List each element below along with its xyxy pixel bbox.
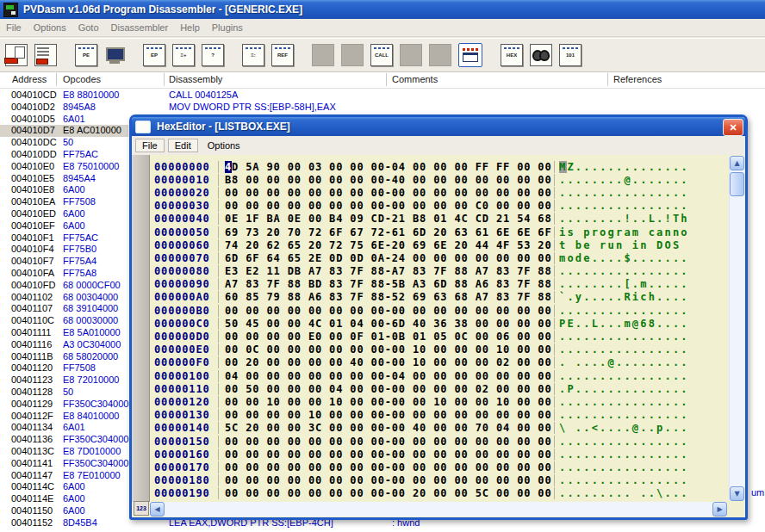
hex-menu-file[interactable]: File [135, 139, 165, 152]
opcodes-cell: 68 00304000 [63, 292, 118, 302]
column-header-disassembly[interactable]: Disassembly [169, 74, 222, 84]
hex-row[interactable]: 000000B000 00 00 00 00 00 00 00-00 00 00… [154, 304, 689, 317]
close-icon[interactable]: ✕ [723, 119, 743, 136]
scroll-up-icon[interactable]: ▲ [730, 156, 744, 170]
binary-view-button[interactable]: 101 [559, 44, 582, 66]
disasm-row[interactable]: 004010CDE8 88010000CALL 0040125A [0, 90, 765, 102]
entry-point-button[interactable]: EP [143, 44, 165, 66]
hex-cursor: 4 [225, 161, 232, 173]
open-file-button[interactable] [5, 44, 28, 66]
search-button[interactable] [530, 44, 552, 66]
hex-bytes: 00 00 00 00 00 00 00 00-00 00 00 00 00 0… [218, 474, 554, 486]
scroll-left-icon[interactable]: ◀ [150, 502, 165, 517]
scroll-right-icon[interactable]: ▶ [712, 502, 727, 517]
hex-row[interactable]: 0000005069 73 20 70 72 6F 67 72-61 6D 20… [154, 226, 689, 238]
column-divider[interactable] [386, 73, 387, 86]
hex-menu-options[interactable]: Options [202, 139, 246, 152]
comments-button[interactable]: ≡: [242, 44, 264, 66]
menu-plugins[interactable]: Plugins [212, 22, 243, 33]
hex-bytes: 6D 6F 64 65 2E 0D 0D 0A-24 00 00 00 00 0… [218, 252, 554, 264]
opcodes-cell: 50 [63, 387, 73, 397]
column-divider[interactable] [164, 73, 165, 86]
hex-row[interactable]: 0000010004 00 00 00 00 00 00 00-04 00 00… [154, 369, 689, 382]
hex-address: 00000170 [154, 461, 216, 473]
scroll-down-icon[interactable]: ▼ [730, 486, 744, 501]
hex-row[interactable]: 000000F000 20 00 00 00 00 40 00-00 10 00… [154, 356, 689, 369]
opcodes-cell: 68 00030000 [63, 315, 118, 325]
hex-row[interactable]: 0000016000 00 00 00 00 00 00 00-00 00 00… [154, 448, 689, 461]
hex-row[interactable]: 0000015000 00 00 00 00 00 00 00-00 00 00… [154, 435, 689, 448]
opcodes-cell: E8 7D010000 [63, 446, 121, 456]
call-tree-button[interactable]: CALL [370, 44, 393, 66]
column-header-references[interactable]: References [613, 74, 662, 84]
hex-ascii: ................ [554, 343, 689, 356]
opcodes-cell: 8945A4 [63, 173, 96, 183]
main-title-bar[interactable]: PVDasm v1.06d Program Disassembler - [GE… [0, 0, 765, 19]
hex-horizontal-scrollbar[interactable]: ◀ ▶ [150, 502, 727, 517]
pvdasm-application-window: PVDasm v1.06d Program Disassembler - [GE… [0, 0, 765, 532]
address-cell: 00401152 [11, 517, 53, 528]
opcodes-cell: 6A00 [63, 493, 85, 504]
address-cell: 0040114E [11, 493, 53, 504]
app-icon [3, 3, 18, 17]
hex-ascii: ........!..L.!Th [554, 213, 689, 225]
panel-toggle-button[interactable] [458, 43, 482, 67]
system-info-button[interactable] [104, 45, 125, 65]
hex-row[interactable]: 0000019000 00 00 00 00 00 00 00-00 20 00… [154, 487, 689, 500]
hex-bytes: 69 73 20 70 72 6F 67 72-61 6D 20 63 61 6… [218, 226, 554, 238]
hex-row[interactable]: 000000706D 6F 64 65 2E 0D 0D 0A-24 00 00… [154, 251, 689, 264]
hex-row[interactable]: 000001405C 20 00 00 3C 00 00 00-00 40 00… [154, 422, 689, 435]
column-header-opcodes[interactable]: Opcodes [63, 74, 101, 84]
hex-row[interactable]: 000000D000 00 00 00 E0 00 0F 01-0B 01 05… [154, 330, 689, 343]
hex-row[interactable]: 0000018000 00 00 00 00 00 00 00-00 00 00… [154, 474, 689, 487]
hex-bytes: 4D 5A 90 00 03 00 00 00-04 00 00 00 FF F… [218, 161, 554, 173]
hex-row[interactable]: 000000A060 85 79 88 A6 83 7F 88-52 69 63… [154, 291, 689, 304]
base-counter-button[interactable]: 123 [134, 501, 149, 516]
vertical-scroll-thumb[interactable] [730, 172, 744, 196]
hex-row[interactable]: 0000002000 00 00 00 00 00 00 00-00 00 00… [154, 186, 689, 199]
hex-row[interactable]: 00000080E3 E2 11 DB A7 83 7F 88-A7 83 7F… [154, 265, 689, 278]
hex-row[interactable]: 0000003000 00 00 00 00 00 00 00-00 00 00… [154, 200, 689, 213]
hex-row[interactable]: 0000006074 20 62 65 20 72 75 6E-20 69 6E… [154, 238, 689, 251]
menu-help[interactable]: Help [180, 22, 200, 33]
disasm-row[interactable]: 004010D7E8 AC010000 [0, 125, 128, 137]
column-divider[interactable] [56, 73, 57, 86]
hex-row[interactable]: 000000004D 5A 90 00 03 00 00 00-04 00 00… [154, 160, 689, 173]
hex-editor-button[interactable]: HEX [501, 44, 523, 66]
hex-row[interactable]: 00000010B8 00 00 00 00 00 00 00-40 00 00… [154, 173, 689, 186]
address-cell: 004010ED [11, 208, 56, 219]
hex-title-bar[interactable]: HexEditor - [LISTBOX.EXE] ✕ [132, 117, 745, 136]
hex-row[interactable]: 000000E000 0C 00 00 00 00 00 00-00 10 00… [154, 343, 689, 356]
menu-disassembler[interactable]: Disassembler [111, 22, 169, 33]
hex-vertical-scrollbar[interactable]: ▲ ▼ [729, 156, 744, 501]
hex-address: 00000180 [154, 474, 216, 486]
binary-view-button-label: 101 [566, 53, 575, 58]
hex-row[interactable]: 00000090A7 83 7F 88 BD 83 7F 88-5B A3 6D… [154, 278, 689, 291]
column-header-comments[interactable]: Comments [392, 74, 438, 84]
hex-bytes: 00 00 00 00 00 00 00 00-00 20 00 00 5C 0… [218, 487, 554, 499]
save-disassembly-button[interactable] [34, 44, 57, 66]
hex-row[interactable]: 000000C050 45 00 00 4C 01 04 00-6D 40 36… [154, 317, 689, 330]
menu-file[interactable]: File [6, 22, 22, 33]
references-button[interactable]: REF [271, 44, 294, 66]
hex-ascii: ................ [554, 474, 689, 486]
column-header-address[interactable]: Address [12, 74, 47, 84]
disasm-row[interactable]: 004010D28945A8MOV DWORD PTR SS:[EBP-58H]… [0, 102, 765, 114]
hex-row[interactable]: 000000400E 1F BA 0E 00 B4 09 CD-21 B8 01… [154, 213, 689, 226]
menu-options[interactable]: Options [34, 22, 66, 33]
hex-row[interactable]: 0000017000 00 00 00 00 00 00 00-00 00 00… [154, 461, 689, 473]
hex-bytes: 00 00 00 00 00 00 00 00-00 00 00 00 00 0… [218, 187, 554, 199]
analysis-help-button[interactable]: ? [202, 44, 224, 66]
opcodes-cell: FF7508 [63, 362, 96, 373]
menu-goto[interactable]: Goto [78, 22, 99, 33]
hex-row[interactable]: 0000011000 50 00 00 00 04 00 00-00 00 00… [154, 382, 689, 395]
opcodes-cell: 6A00 [63, 208, 85, 219]
hex-row[interactable]: 0000013000 00 00 00 10 00 00 00-00 00 00… [154, 409, 689, 422]
column-divider[interactable] [607, 73, 608, 86]
address-cell: 004010E0 [11, 161, 54, 171]
pe-viewer-button[interactable]: PE [75, 44, 97, 66]
hex-row[interactable]: 0000012000 00 10 00 00 10 00 00-00 00 10… [154, 395, 689, 408]
sections-button[interactable]: ≡+ [172, 44, 195, 66]
hex-bytes: 00 00 00 00 E0 00 0F 01-0B 01 05 0C 00 0… [218, 331, 554, 343]
hex-menu-edit[interactable]: Edit [168, 139, 198, 152]
